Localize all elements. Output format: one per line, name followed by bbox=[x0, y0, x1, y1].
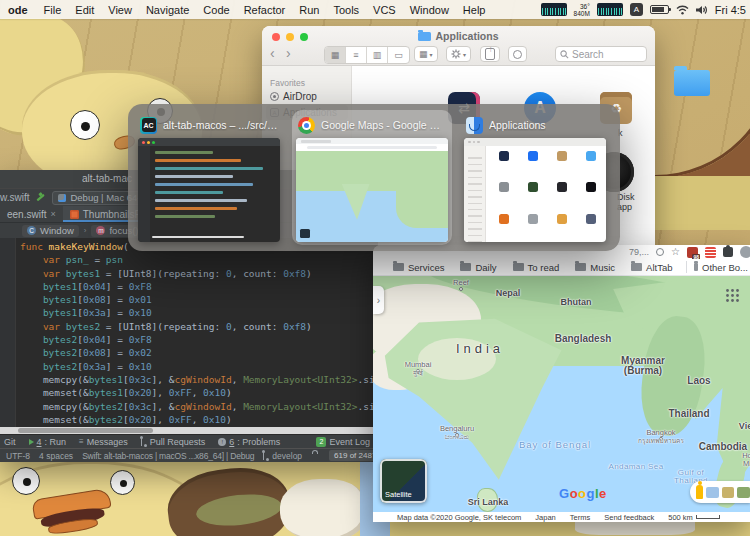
menu-run[interactable]: Run bbox=[299, 4, 319, 16]
address-bar-text[interactable]: 79,... bbox=[629, 247, 649, 257]
map-label: (Burma) bbox=[624, 365, 662, 376]
share-button[interactable]: ↑ bbox=[480, 46, 500, 62]
app-menu-name[interactable]: ode bbox=[8, 4, 28, 16]
run-tool-button[interactable]: 4: Run bbox=[29, 437, 67, 447]
window-title: Applications bbox=[262, 30, 655, 42]
bookmarks-list: ServicesDailyTo readMusicAltTab bbox=[373, 262, 672, 273]
pegman-bar[interactable] bbox=[690, 481, 750, 503]
code-line: bytes2[0x08] = 0x02 bbox=[20, 346, 378, 359]
bookmark-star-icon[interactable]: ☆ bbox=[671, 247, 680, 257]
chevron-right-icon: › bbox=[84, 226, 87, 235]
other-bookmarks[interactable]: Other Bo... bbox=[686, 261, 748, 273]
messages-tool-button[interactable]: ≡Messages bbox=[79, 437, 128, 447]
google-apps-icon[interactable] bbox=[725, 288, 740, 303]
forward-button[interactable]: › bbox=[286, 45, 291, 61]
messages-icon: ≡ bbox=[79, 437, 84, 446]
switcher-item-finder[interactable]: Applications bbox=[460, 110, 610, 245]
cpu-graph-widget[interactable] bbox=[541, 3, 567, 16]
profile-avatar[interactable] bbox=[740, 246, 750, 258]
nav-bar-file[interactable]: w.swift bbox=[0, 192, 29, 203]
view-columns-button[interactable]: ▥ bbox=[367, 47, 388, 63]
pull-requests-tool-button[interactable]: Pull Requests bbox=[141, 437, 206, 447]
bookmark-alttab[interactable]: AltTab bbox=[631, 262, 672, 273]
menu-tools[interactable]: Tools bbox=[333, 4, 359, 16]
group-button[interactable]: ▦▾ bbox=[414, 46, 438, 62]
satellite-toggle[interactable]: Satellite bbox=[380, 459, 427, 503]
code-line: var bytes2 = [UInt8](repeating: 0, count… bbox=[20, 320, 378, 333]
pegman-icon[interactable] bbox=[696, 485, 703, 499]
menu-window[interactable]: Window bbox=[410, 4, 449, 16]
view-icons-button[interactable]: ▦ bbox=[325, 47, 346, 63]
chick-eye bbox=[110, 470, 135, 495]
extension-icon[interactable]: 98 bbox=[687, 247, 698, 258]
menu-navigate[interactable]: Navigate bbox=[146, 4, 189, 16]
folder-icon[interactable] bbox=[674, 70, 710, 96]
menu-vcs[interactable]: VCS bbox=[373, 4, 396, 16]
git-tool-button[interactable]: Git bbox=[4, 437, 16, 447]
finder-icon bbox=[466, 117, 483, 134]
back-button[interactable]: ‹ bbox=[270, 45, 275, 61]
indent-indicator[interactable]: 4 spaces bbox=[39, 451, 73, 461]
extension-icon[interactable] bbox=[705, 247, 716, 258]
imagery-thumbnail[interactable] bbox=[706, 487, 719, 498]
volume-icon[interactable] bbox=[696, 5, 708, 15]
tab-een-swift[interactable]: een.swift× bbox=[0, 206, 63, 222]
scale-bar: 500 km bbox=[668, 513, 720, 522]
breadcrumb-window[interactable]: CWindow bbox=[22, 225, 79, 237]
action-menu-button[interactable]: ▾ bbox=[446, 46, 471, 62]
menu-bar-clock[interactable]: Fri 4:5 bbox=[715, 4, 746, 16]
branch-icon bbox=[263, 451, 269, 460]
search-field[interactable]: Search bbox=[555, 46, 647, 62]
imagery-thumbnail[interactable] bbox=[722, 487, 735, 498]
code-line: memcpy(&bytes1[0x3c], &cgWindowId, Memor… bbox=[20, 373, 378, 386]
map-link-send-feedback[interactable]: Send feedback bbox=[604, 513, 654, 522]
bookmark-services[interactable]: Services bbox=[393, 262, 444, 273]
event-log-button[interactable]: 2Event Log bbox=[316, 437, 370, 447]
wifi-icon[interactable] bbox=[676, 5, 689, 15]
tag-button[interactable] bbox=[508, 46, 527, 62]
stats-readout[interactable]: 36°840M bbox=[574, 3, 590, 17]
search-placeholder: Search bbox=[572, 49, 604, 60]
tag-icon bbox=[513, 50, 522, 59]
editor-window-title: alt-tab-mac bbox=[82, 173, 132, 184]
bookmark-daily[interactable]: Daily bbox=[460, 262, 496, 273]
map-link-terms[interactable]: Terms bbox=[570, 513, 590, 522]
map-canvas[interactable]: ReefNepalBhutanBangladeshIndiaMumbaiमुंब… bbox=[373, 276, 750, 512]
bookmarks-bar: ServicesDailyTo readMusicAltTab Other Bo… bbox=[373, 259, 750, 276]
switcher-item-appcode[interactable]: AC alt-tab-macos – .../src/logic... bbox=[134, 110, 284, 245]
keyboard-layout-indicator[interactable]: A bbox=[630, 3, 643, 16]
imagery-thumbnail[interactable] bbox=[737, 487, 750, 498]
map-label: Thailand bbox=[668, 408, 709, 419]
side-panel-toggle[interactable]: › bbox=[373, 286, 384, 314]
extensions-menu-icon[interactable] bbox=[723, 247, 733, 257]
page-action-icon[interactable] bbox=[656, 248, 664, 256]
bookmark-to-read[interactable]: To read bbox=[513, 262, 560, 273]
code-line: bytes2[0x3a] = 0x10 bbox=[20, 360, 378, 373]
code-editor-area[interactable]: func makeKeyWindow( var psn_ = psn var b… bbox=[0, 238, 378, 434]
bookmark-music[interactable]: Music bbox=[575, 262, 615, 273]
menu-refactor[interactable]: Refactor bbox=[244, 4, 286, 16]
problems-tool-button[interactable]: !6: Problems bbox=[218, 437, 280, 447]
network-graph-widget[interactable] bbox=[597, 3, 623, 16]
switcher-item-chrome[interactable]: Google Maps - Google Chr... bbox=[292, 110, 452, 245]
menu-file[interactable]: File bbox=[44, 4, 62, 16]
sidebar-item-airdrop[interactable]: AirDrop bbox=[266, 89, 348, 104]
view-list-button[interactable]: ≡ bbox=[346, 47, 367, 63]
battery-icon[interactable] bbox=[650, 5, 669, 14]
view-gallery-button[interactable]: ▭ bbox=[388, 47, 409, 63]
map-link-japan[interactable]: Japan bbox=[535, 513, 555, 522]
menu-code[interactable]: Code bbox=[203, 4, 229, 16]
menu-view[interactable]: View bbox=[108, 4, 132, 16]
git-branch-indicator[interactable]: develop bbox=[263, 451, 302, 461]
scrollbar-thumb[interactable] bbox=[18, 428, 153, 433]
close-tab-icon[interactable]: × bbox=[50, 209, 55, 219]
finder-title-bar[interactable]: Applications ‹ › ▦ ≡ ▥ ▭ ▦▾ ▾ ↑ Se bbox=[262, 26, 655, 66]
menu-help[interactable]: Help bbox=[463, 4, 486, 16]
build-hammer-icon[interactable] bbox=[35, 192, 46, 203]
map-links: JapanTermsSend feedback bbox=[535, 513, 654, 522]
encoding-indicator[interactable]: UTF-8 bbox=[6, 451, 30, 461]
code-line: memcpy(&bytes2[0x3c], &cgWindowId, Memor… bbox=[20, 400, 378, 413]
desktop-wallpaper bbox=[650, 18, 750, 230]
chrome-window: 79,... ☆ 98 ServicesDailyTo readMusicAlt… bbox=[373, 245, 750, 522]
menu-edit[interactable]: Edit bbox=[75, 4, 94, 16]
